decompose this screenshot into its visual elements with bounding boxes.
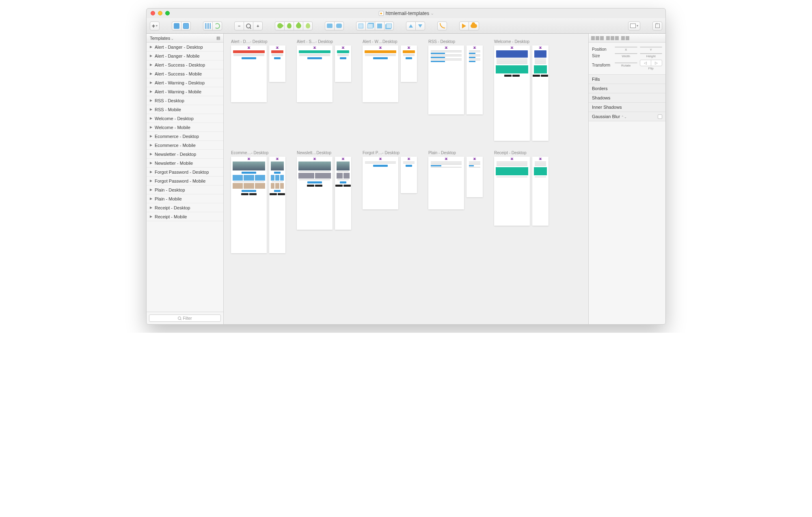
- artboard-thumbnail[interactable]: [231, 157, 267, 253]
- width-input[interactable]: [615, 53, 637, 54]
- layer-item[interactable]: ▶Alert - Warning - Desktop: [147, 78, 223, 87]
- layer-item[interactable]: ▶Ecommerce - Desktop: [147, 132, 223, 141]
- back-button[interactable]: [384, 22, 394, 30]
- minimize-button[interactable]: [158, 11, 162, 15]
- ungroup-button[interactable]: [181, 22, 191, 30]
- artboard-label[interactable]: Receipt - Desktop: [494, 151, 549, 155]
- layer-item[interactable]: ▶RSS - Mobile: [147, 105, 223, 114]
- maximize-button[interactable]: [165, 11, 170, 15]
- inner-shadows-section[interactable]: Inner Shadows: [589, 103, 665, 112]
- artboard-label[interactable]: Plain - Desktop: [428, 151, 483, 155]
- artboard-thumbnail[interactable]: [494, 45, 530, 141]
- subtract-button[interactable]: [284, 22, 294, 30]
- artboard-thumbnail[interactable]: [494, 157, 530, 226]
- rectangle-button[interactable]: [325, 22, 335, 30]
- layer-item[interactable]: ▶Welcome - Mobile: [147, 123, 223, 132]
- flip-h-button[interactable]: ◁: [640, 60, 651, 66]
- align-right-icon[interactable]: [600, 36, 604, 40]
- artboard-label[interactable]: Newslett…Desktop: [297, 151, 351, 155]
- artboard-thumbnail[interactable]: [401, 45, 417, 82]
- artboard-thumbnail[interactable]: [363, 45, 398, 102]
- cloud-button[interactable]: [469, 22, 479, 30]
- x-input[interactable]: [615, 47, 637, 47]
- artboard-label[interactable]: Alert - W…Desktop: [363, 39, 417, 44]
- zoom-in-button[interactable]: +: [253, 22, 263, 30]
- zoom-out-button[interactable]: −: [234, 22, 244, 30]
- layer-item[interactable]: ▶Alert - Danger - Mobile: [147, 52, 223, 60]
- layer-item[interactable]: ▶Plain - Mobile: [147, 194, 223, 203]
- layer-item[interactable]: ▶Alert - Success - Desktop: [147, 60, 223, 69]
- align-center-icon[interactable]: [596, 36, 599, 40]
- align-bottom-icon[interactable]: [615, 36, 619, 40]
- artboard-label[interactable]: RSS - Desktop: [428, 39, 483, 44]
- artboard-label[interactable]: Forgot P…- Desktop: [363, 151, 417, 155]
- artboard-thumbnail[interactable]: [466, 157, 483, 197]
- artboard-label[interactable]: Welcome - Desktop: [494, 39, 549, 44]
- detach-symbol-button[interactable]: [212, 22, 222, 30]
- mirror-button[interactable]: [459, 22, 469, 30]
- front-button[interactable]: [375, 22, 384, 30]
- zoom-tool-button[interactable]: [244, 22, 253, 30]
- layer-item[interactable]: ▶Alert - Danger - Desktop: [147, 43, 223, 52]
- filter-input[interactable]: Filter: [149, 315, 221, 322]
- layer-item[interactable]: ▶Forgot Password - Desktop: [147, 168, 223, 177]
- layer-item[interactable]: ▶Receipt - Desktop: [147, 203, 223, 212]
- insert-button[interactable]: +▾: [150, 22, 160, 30]
- layer-item[interactable]: ▶RSS - Desktop: [147, 96, 223, 105]
- view-button[interactable]: ▾: [628, 22, 640, 30]
- window-title[interactable]: ◆ htmlemail-templates ⌵: [147, 11, 665, 16]
- artboard-thumbnail[interactable]: [231, 45, 267, 102]
- rotate-input[interactable]: [615, 62, 637, 63]
- layer-item[interactable]: ▶Ecommerce - Mobile: [147, 141, 223, 150]
- layer-item[interactable]: ▶Newsletter - Mobile: [147, 159, 223, 168]
- intersect-button[interactable]: [294, 22, 303, 30]
- gaussian-blur-section[interactable]: Gaussian Blur ⌃⌄: [589, 112, 665, 121]
- sidebar-header[interactable]: Templates⌵ ▤: [147, 34, 223, 43]
- shadows-section[interactable]: Shadows: [589, 93, 665, 103]
- forward-button[interactable]: [356, 22, 366, 30]
- edit-button[interactable]: [437, 22, 447, 30]
- artboard-thumbnail[interactable]: [532, 157, 549, 226]
- align-left-icon[interactable]: [591, 36, 595, 40]
- artboard-thumbnail[interactable]: [297, 45, 333, 102]
- artboard-thumbnail[interactable]: [335, 157, 351, 230]
- layer-item[interactable]: ▶Welcome - Desktop: [147, 114, 223, 123]
- close-button[interactable]: [151, 11, 155, 15]
- backward-button[interactable]: [365, 22, 375, 30]
- flip-v-button[interactable]: ▷: [651, 60, 662, 66]
- layer-item[interactable]: ▶Alert - Warning - Mobile: [147, 87, 223, 96]
- layer-item[interactable]: ▶Forgot Password - Mobile: [147, 177, 223, 185]
- artboard-label[interactable]: Alert - S…- Desktop: [297, 39, 351, 44]
- distribute-v-icon[interactable]: [626, 36, 629, 40]
- layer-item[interactable]: ▶Receipt - Mobile: [147, 212, 223, 221]
- distribute-h-icon[interactable]: [621, 36, 625, 40]
- align-middle-icon[interactable]: [611, 36, 614, 40]
- layer-item[interactable]: ▶Newsletter - Desktop: [147, 150, 223, 159]
- page-list-icon[interactable]: ▤: [216, 36, 220, 40]
- y-input[interactable]: [640, 47, 663, 47]
- gaussian-blur-checkbox[interactable]: [658, 114, 662, 119]
- artboard-label[interactable]: Alert - D…- Desktop: [231, 39, 285, 44]
- layer-item[interactable]: ▶Alert - Success - Mobile: [147, 69, 223, 78]
- layer-item[interactable]: ▶Plain - Desktop: [147, 185, 223, 194]
- borders-section[interactable]: Borders: [589, 84, 665, 93]
- artboard-thumbnail[interactable]: [297, 157, 333, 230]
- align-top-icon[interactable]: [606, 36, 610, 40]
- union-button[interactable]: [275, 22, 285, 30]
- artboard-thumbnail[interactable]: [466, 45, 483, 114]
- height-input[interactable]: [640, 53, 663, 54]
- artboard-thumbnail[interactable]: [335, 45, 351, 82]
- difference-button[interactable]: [303, 22, 313, 30]
- artboard-thumbnail[interactable]: [428, 45, 464, 114]
- group-button[interactable]: [172, 22, 181, 30]
- artboard-thumbnail[interactable]: [269, 45, 285, 82]
- artboard-thumbnail[interactable]: [269, 157, 285, 253]
- layer-list[interactable]: ▶Alert - Danger - Desktop▶Alert - Danger…: [147, 43, 223, 312]
- fills-section[interactable]: Fills: [589, 75, 665, 84]
- artboard-thumbnail[interactable]: [363, 157, 398, 209]
- canvas[interactable]: Alert - D…- DesktopAlert - S…- DesktopAl…: [224, 34, 588, 324]
- scale-button[interactable]: [415, 22, 425, 30]
- rounded-button[interactable]: [334, 22, 344, 30]
- artboard-thumbnail[interactable]: [401, 157, 417, 193]
- artboard-thumbnail[interactable]: [532, 45, 549, 141]
